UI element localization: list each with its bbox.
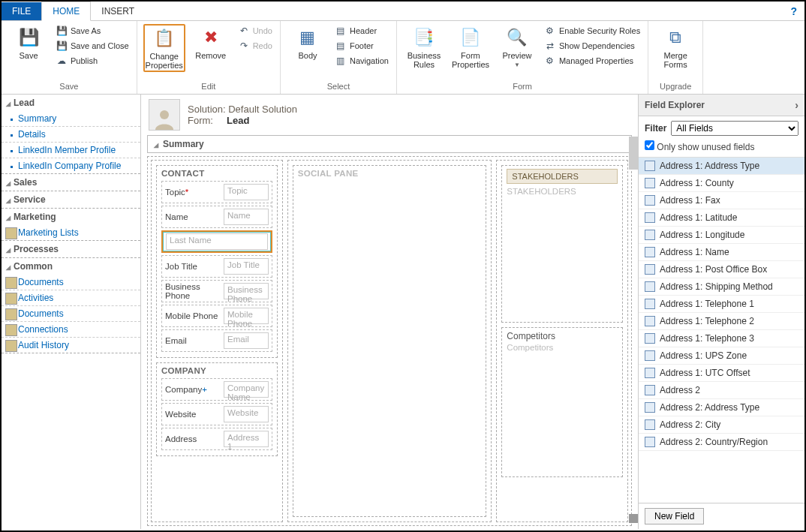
field-address[interactable]: AddressAddress 1	[161, 428, 272, 450]
svg-point-0	[160, 110, 169, 119]
nav-head-sales[interactable]: Sales	[2, 174, 140, 191]
column-1[interactable]: CONTACT Topic*Topic NameName Last Name J…	[151, 160, 283, 522]
tab-insert[interactable]: INSERT	[91, 2, 145, 20]
field-item[interactable]: Address 2	[639, 382, 804, 399]
field-explorer-header[interactable]: Field Explorer ›	[639, 95, 804, 116]
field-item-label: Address 2	[660, 385, 700, 395]
nav-item-documents[interactable]: Documents	[2, 275, 140, 290]
column-3[interactable]: STAKEHOLDERS STAKEHOLDERS Competitors Co…	[496, 160, 628, 522]
preview-button[interactable]: 🔍Preview▼	[496, 24, 538, 70]
section-social[interactable]: SOCIAL PANE	[293, 165, 487, 517]
field-item[interactable]: Address 1: Address Type	[639, 158, 804, 175]
field-item[interactable]: Address 1: Post Office Box	[639, 261, 804, 278]
nav-head-lead[interactable]: Lead	[2, 95, 140, 111]
tab-summary[interactable]: Summary	[147, 135, 632, 153]
filter-label: Filter	[645, 123, 666, 134]
field-item-label: Address 2: City	[660, 419, 720, 430]
deps-icon: ⇄	[544, 40, 556, 52]
navigation-button[interactable]: ▥Navigation	[333, 54, 390, 68]
field-business-phone[interactable]: Business PhoneBusiness Phone	[161, 280, 272, 302]
business-rules-button[interactable]: 📑Business Rules	[403, 24, 445, 71]
section-contact[interactable]: CONTACT Topic*Topic NameName Last Name J…	[156, 165, 278, 358]
field-icon	[645, 385, 655, 395]
remove-button[interactable]: ✖ Remove	[190, 24, 232, 62]
form-properties-button[interactable]: 📄Form Properties	[450, 24, 492, 71]
field-item[interactable]: Address 1: Telephone 3	[639, 330, 804, 347]
design-surface[interactable]: CONTACT Topic*Topic NameName Last Name J…	[147, 156, 632, 526]
save-close-button[interactable]: 💾Save and Close	[54, 39, 131, 53]
save-as-button[interactable]: 💾Save As	[54, 24, 131, 38]
column-2[interactable]: SOCIAL PANE	[287, 160, 492, 522]
field-website[interactable]: WebsiteWebsite	[161, 403, 272, 425]
undo-icon: ↶	[238, 25, 250, 37]
field-item[interactable]: Address 1: Latitude	[639, 209, 804, 227]
nav-item-documents-2[interactable]: Documents	[2, 305, 140, 321]
field-item[interactable]: Address 1: Name	[639, 244, 804, 261]
tab-file[interactable]: FILE	[2, 2, 41, 20]
field-item[interactable]: Address 1: Longitude	[639, 227, 804, 244]
nav-head-marketing[interactable]: Marketing	[2, 209, 140, 225]
nav-item-connections[interactable]: Connections	[2, 321, 140, 337]
tab-home[interactable]: HOME	[41, 2, 91, 21]
section-competitors[interactable]: Competitors Competitors	[501, 327, 623, 477]
field-item[interactable]: Address 1: UPS Zone	[639, 347, 804, 365]
dependencies-button[interactable]: ⇄Show Dependencies	[543, 39, 642, 53]
field-company[interactable]: Company+Company Name	[161, 378, 272, 401]
footer-icon: ▤	[335, 40, 347, 52]
field-icon	[645, 212, 655, 223]
section-company[interactable]: COMPANY Company+Company Name WebsiteWebs…	[156, 362, 278, 456]
competitors-placeholder: Competitors	[507, 343, 618, 352]
field-item[interactable]: Address 1: Shipping Method	[639, 278, 804, 296]
section-stakeholders[interactable]: STAKEHOLDERS STAKEHOLDERS	[501, 165, 623, 323]
undo-button[interactable]: ↶Undo	[236, 24, 274, 38]
nav-item-audit[interactable]: Audit History	[2, 337, 140, 353]
field-item[interactable]: Address 2: City	[639, 416, 804, 434]
field-item[interactable]: Address 2: Country/Region	[639, 434, 804, 451]
competitors-header: Competitors	[507, 331, 618, 341]
nav-item-summary[interactable]: Summary	[2, 111, 140, 126]
field-item-label: Address 1: Latitude	[660, 212, 737, 223]
field-list[interactable]: Address 1: Address TypeAddress 1: County…	[639, 157, 804, 503]
nav-head-processes[interactable]: Processes	[2, 241, 140, 257]
security-roles-button[interactable]: ⚙Enable Security Roles	[543, 24, 642, 38]
header-button[interactable]: ▤Header	[333, 24, 390, 38]
managed-props-button[interactable]: ⚙Managed Properties	[543, 54, 642, 68]
save-button[interactable]: 💾 Save	[8, 24, 50, 62]
field-name[interactable]: NameName	[161, 206, 272, 228]
field-item[interactable]: Address 1: UTC Offset	[639, 365, 804, 382]
help-icon[interactable]: ?	[790, 5, 797, 17]
field-item[interactable]: Address 2: Address Type	[639, 399, 804, 416]
field-email[interactable]: EmailEmail	[161, 329, 272, 352]
nav-head-service[interactable]: Service	[2, 191, 140, 208]
publish-button[interactable]: ☁Publish	[54, 54, 131, 68]
rules-icon: 📑	[412, 26, 436, 50]
nav-item-linkedin-company[interactable]: LinkedIn Company Profile	[2, 158, 140, 173]
field-topic[interactable]: Topic*Topic	[161, 181, 272, 203]
footer-button[interactable]: ▤Footer	[333, 39, 390, 53]
field-mobile-phone[interactable]: Mobile PhoneMobile Phone	[161, 305, 272, 327]
field-lastname[interactable]: Last Name	[161, 230, 272, 253]
nav-item-activities[interactable]: Activities	[2, 290, 140, 305]
nav-item-marketing-lists[interactable]: Marketing Lists	[2, 225, 140, 240]
filter-select[interactable]: All Fields	[671, 121, 798, 136]
change-properties-button[interactable]: 📋 Change Properties	[143, 24, 185, 72]
field-item[interactable]: Address 1: Telephone 1	[639, 296, 804, 313]
field-item[interactable]: Address 1: Telephone 2	[639, 313, 804, 330]
field-jobtitle[interactable]: Job TitleJob Title	[161, 255, 272, 278]
scroll-thumb-bottom[interactable]	[629, 514, 638, 523]
nav-section-lead: Lead Summary Details LinkedIn Member Pro…	[2, 95, 140, 174]
nav-item-linkedin-member[interactable]: LinkedIn Member Profile	[2, 142, 140, 158]
field-item-label: Address 1: County	[660, 178, 734, 188]
solution-value: Default Solution	[228, 104, 297, 115]
redo-button[interactable]: ↷Redo	[236, 39, 274, 53]
new-field-button[interactable]: New Field	[645, 508, 704, 524]
field-item[interactable]: Address 1: County	[639, 175, 804, 192]
nav-item-details[interactable]: Details	[2, 126, 140, 142]
nav-head-common[interactable]: Common	[2, 258, 140, 275]
solution-label: Solution:	[188, 104, 226, 115]
body-button[interactable]: ▦ Body	[287, 24, 329, 62]
unused-fields-checkbox[interactable]: Only show unused fields	[645, 142, 754, 152]
scroll-thumb-top[interactable]	[629, 137, 638, 170]
merge-forms-button[interactable]: ⧉Merge Forms	[654, 24, 696, 71]
field-item[interactable]: Address 1: Fax	[639, 192, 804, 209]
